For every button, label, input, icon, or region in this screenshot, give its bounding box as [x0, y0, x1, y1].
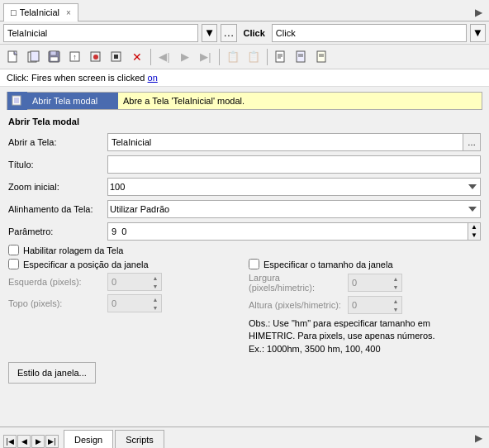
parametro-down-btn[interactable]: ▼: [468, 231, 480, 240]
nav-next-btn[interactable]: ▶: [31, 435, 45, 448]
screen-browse-icon: …: [223, 26, 234, 39]
bottom-bar: |◀ ◀ ▶ ▶| Design Scripts ▶: [0, 427, 489, 448]
nav-prev-btn[interactable]: ◀: [17, 435, 31, 448]
fires-on-link[interactable]: on: [148, 73, 158, 83]
separator-3: [267, 49, 268, 65]
toolbar-actions-row: ↑ ✕ ◀| ▶ ▶| 📋 📋: [0, 45, 489, 69]
nav-arrows: |◀ ◀ ▶ ▶|: [3, 435, 59, 448]
prev-btn[interactable]: ◀|: [154, 47, 174, 67]
rolagem-label[interactable]: Habilitar rolagem da Tela: [23, 245, 123, 255]
nav-first-btn[interactable]: |◀: [3, 435, 17, 448]
paste2-btn[interactable]: 📋: [244, 47, 263, 67]
tab-scroll-right-icon[interactable]: ▶: [472, 7, 486, 18]
titulo-row: Título:: [8, 155, 481, 174]
separator-2: [219, 49, 220, 65]
tab-design-label: Design: [74, 435, 102, 445]
abrir-tela-input[interactable]: [107, 133, 463, 151]
fires-bar: Click: Fires when screen is clicked on: [0, 69, 489, 87]
screen-browse-btn[interactable]: …: [221, 24, 236, 42]
alinhamento-select[interactable]: Utilizar Padrão Centro Esquerda: [107, 200, 481, 218]
svg-rect-11: [114, 55, 118, 59]
esquerda-up-icon: ▲: [150, 274, 161, 282]
fires-text: Click: Fires when screen is clicked: [7, 73, 148, 83]
svg-text:↑: ↑: [73, 53, 77, 61]
alinhamento-row: Alinhamento da Tela: Utilizar Padrão Cen…: [8, 200, 481, 218]
tamanho-checkbox[interactable]: [249, 259, 259, 269]
tamanho-row: Especificar o tamanho da janela: [249, 259, 481, 269]
svg-rect-2: [31, 51, 39, 61]
event-dropdown-btn[interactable]: ▼: [470, 24, 486, 42]
topo-label: Topo (pixels):: [8, 298, 107, 308]
doc2-btn[interactable]: [292, 47, 311, 67]
paste-btn[interactable]: 📋: [223, 47, 243, 67]
event-select-input[interactable]: [272, 24, 467, 42]
open-action-btn[interactable]: [24, 47, 44, 67]
topo-input-wrap: ▲ ▼: [107, 294, 162, 312]
altura-input-wrap: ▲ ▼: [348, 296, 402, 314]
next-btn[interactable]: ▶: [175, 47, 195, 67]
event-label: Click: [240, 28, 268, 38]
next2-btn[interactable]: ▶|: [196, 47, 216, 67]
tab-scripts[interactable]: Scripts: [115, 430, 164, 448]
tab-close-btn[interactable]: ×: [66, 8, 71, 17]
abrir-tela-row: Abrir a Tela: …: [8, 133, 481, 151]
largura-spinner: ▲ ▼: [390, 274, 401, 291]
action-name: Abrir Tela modal: [27, 93, 118, 109]
posicao-checkbox[interactable]: [8, 259, 19, 269]
separator-1: [150, 49, 151, 65]
posicao-label[interactable]: Especificar a posição da janela: [23, 260, 149, 269]
zoom-select[interactable]: 100 75 50 150 200: [107, 178, 481, 196]
zoom-row: Zoom inicial: 100 75 50 150 200: [8, 178, 481, 196]
estilo-section: Estilo da janela...: [8, 355, 481, 384]
parametro-spinner: ▲ ▼: [468, 222, 481, 241]
nav-last-btn[interactable]: ▶|: [45, 435, 59, 448]
new-action-btn[interactable]: [3, 47, 23, 67]
topo-down-icon: ▼: [150, 303, 161, 312]
main-panel: Abrir Tela modal Abrir a Tela: … Título:…: [0, 112, 489, 387]
svg-point-9: [93, 55, 98, 60]
col-size: Especificar o tamanho da janela Largura …: [249, 259, 481, 355]
largura-input: [349, 274, 390, 291]
largura-up-icon: ▲: [390, 274, 401, 283]
altura-down-icon: ▼: [390, 305, 401, 313]
tab-label: TelaInicial: [20, 7, 59, 17]
esquerda-row: Esquerda (pixels): ▲ ▼: [8, 273, 240, 291]
alinhamento-label: Alinhamento da Tela:: [8, 204, 107, 214]
toolbar-screen-row: ▼ … Click ▼: [0, 21, 489, 45]
save-action-btn[interactable]: [45, 47, 64, 67]
record-btn[interactable]: [86, 47, 106, 67]
tab-telainicial[interactable]: □ TelaInicial ×: [3, 3, 78, 21]
largura-row: Largura (pixels/himetric): ▲ ▼: [249, 273, 481, 293]
abrir-tela-label: Abrir a Tela:: [8, 137, 107, 147]
tab-icon: □: [11, 7, 17, 17]
altura-row: Altura (pixels/himetric): ▲ ▼: [249, 296, 481, 314]
svg-rect-23: [14, 98, 19, 103]
screen-dropdown-btn[interactable]: ▼: [202, 24, 217, 42]
col-position: Especificar a posição da janela Esquerda…: [8, 259, 240, 355]
actions-list: Abrir Tela modal Abre a Tela 'TelaInicia…: [7, 92, 482, 110]
parametro-row: Parâmetro: ▲ ▼: [8, 222, 481, 241]
action-row-abrir-tela[interactable]: Abrir Tela modal Abre a Tela 'TelaInicia…: [7, 92, 482, 110]
screen-select-input[interactable]: [3, 24, 198, 42]
tab-design[interactable]: Design: [64, 430, 113, 448]
doc-btn[interactable]: [271, 47, 291, 67]
tab-scripts-label: Scripts: [126, 435, 154, 445]
delete-btn[interactable]: ✕: [127, 47, 147, 67]
bottom-tab-scroll-icon[interactable]: ▶: [472, 432, 486, 444]
titulo-input[interactable]: [107, 155, 481, 174]
estilo-btn[interactable]: Estilo da janela...: [8, 362, 96, 384]
topo-up-icon: ▲: [150, 295, 161, 303]
rolagem-checkbox[interactable]: [8, 245, 19, 255]
parametro-input[interactable]: [107, 222, 468, 241]
altura-spinner: ▲ ▼: [390, 297, 401, 313]
upload-btn[interactable]: ↑: [65, 47, 85, 67]
altura-label: Altura (pixels/himetric):: [249, 300, 348, 310]
doc3-btn[interactable]: [312, 47, 332, 67]
parametro-up-btn[interactable]: ▲: [468, 223, 480, 231]
tamanho-label[interactable]: Especificar o tamanho da janela: [263, 260, 393, 269]
posicao-row: Especificar a posição da janela: [8, 259, 240, 269]
stop-btn[interactable]: [107, 47, 126, 67]
abrir-tela-browse-btn[interactable]: …: [463, 133, 481, 151]
panel-title: Abrir Tela modal: [8, 117, 481, 126]
event-dropdown-icon: ▼: [472, 26, 483, 39]
